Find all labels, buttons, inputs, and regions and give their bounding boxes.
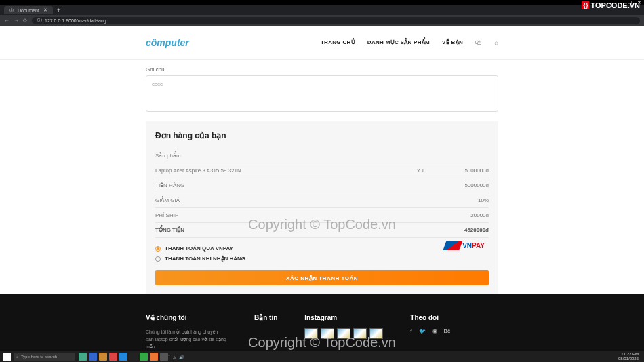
footer-about-text: Chúng tôi là một cửa hàng chuyên bán lap… — [146, 328, 227, 351]
payment-cod-label: THANH TOÁN KHI NHẬN HÀNG — [165, 256, 245, 262]
taskbar-apps — [79, 353, 168, 361]
item-qty: x 1 — [241, 167, 465, 174]
page-viewport: cômputer TRANG CHỦ DANH MỤC SẢN PHẨM VỀ … — [0, 26, 644, 294]
nav-about[interactable]: VỀ BẠN — [442, 39, 463, 45]
cart-icon[interactable]: 🛍 — [475, 39, 482, 46]
discount-value: 10% — [478, 197, 489, 203]
radio-icon — [155, 256, 161, 262]
forward-icon[interactable]: → — [14, 18, 19, 24]
footer-about-title: Về chúng tôi — [146, 314, 227, 321]
footer-follow-title: Theo dõi — [410, 314, 450, 321]
subtotal-value: 5000000đ — [464, 182, 489, 188]
watermark-text: TOPCODE.VN — [590, 1, 640, 9]
note-textarea[interactable]: cccc — [146, 75, 498, 112]
order-item-row: Laptop Acer Aspire 3 A315 59 321N x 1 50… — [155, 163, 489, 178]
task-app-icon[interactable] — [150, 353, 158, 361]
browser-urlbar: ← → ⟳ ⓘ 127.0.0.1:8000/user/datHang — [0, 15, 644, 26]
footer-follow: Theo dõi f 🐦 ◉ Bē — [410, 314, 450, 351]
subtotal-label: TIỀN HÀNG — [155, 182, 184, 188]
footer-news-title: Bản tin — [254, 314, 277, 321]
nav-home[interactable]: TRANG CHỦ — [321, 39, 355, 45]
task-app-icon[interactable] — [160, 353, 168, 361]
vnpay-shape-icon — [443, 241, 463, 250]
sound-icon[interactable]: 🔊 — [179, 355, 184, 359]
note-label: Ghi chú: — [146, 66, 498, 73]
total-value: 4520000đ — [464, 227, 489, 233]
vnpay-text: VNPAY — [462, 242, 485, 249]
order-header-row: Sản phẩm — [155, 148, 489, 163]
watermark-center-2: Copyright © TopCode.vn — [248, 335, 396, 350]
discount-label: GIẢM GIÁ — [155, 197, 180, 203]
task-app-icon[interactable] — [140, 353, 148, 361]
facebook-icon[interactable]: f — [410, 328, 411, 334]
task-app-icon[interactable] — [99, 353, 107, 361]
wifi-icon[interactable]: ◬ — [173, 355, 176, 359]
payment-methods: VNPAY THANH TOÁN QUA VNPAY THANH TOÁN KH… — [155, 243, 489, 264]
tab-favicon: ◎ — [9, 7, 14, 13]
site-header: cômputer TRANG CHỦ DANH MỤC SẢN PHẨM VỀ … — [0, 26, 644, 60]
tab-close-icon[interactable]: ✕ — [43, 7, 47, 13]
clock-time: 11:22 PM — [618, 352, 639, 357]
vnpay-logo: VNPAY — [445, 241, 485, 250]
system-tray[interactable]: ˄ ◬ 🔊 — [168, 355, 184, 359]
twitter-icon[interactable]: 🐦 — [419, 328, 426, 334]
ship-value: 20000đ — [470, 212, 489, 218]
taskbar-search[interactable]: ⌕ Type here to search — [14, 353, 75, 361]
tab-title: Document — [18, 8, 39, 13]
task-app-icon[interactable] — [89, 353, 97, 361]
payment-vnpay-label: THANH TOÁN QUA VNPAY — [165, 245, 233, 252]
watermark-topcode: {} TOPCODE.VN — [582, 1, 640, 9]
payment-vnpay-option[interactable]: THANH TOÁN QUA VNPAY — [155, 243, 489, 254]
clock-date: 08/01/2025 — [618, 357, 639, 361]
back-icon[interactable]: ← — [4, 18, 9, 24]
behance-icon[interactable]: Bē — [444, 328, 451, 334]
task-app-icon[interactable] — [129, 353, 138, 361]
total-label: TỔNG TIỀN — [155, 227, 184, 233]
ship-label: PHÍ SHIP — [155, 212, 178, 218]
start-button[interactable] — [3, 353, 11, 361]
pinterest-icon[interactable]: ◉ — [432, 328, 437, 334]
windows-taskbar: ⌕ Type here to search ˄ ◬ 🔊 11:22 PM 08/… — [0, 351, 644, 362]
search-placeholder: Type here to search — [21, 355, 57, 359]
new-tab-button[interactable]: + — [57, 7, 60, 14]
browser-tab[interactable]: ◎ Document ✕ — [4, 6, 53, 14]
chevron-up-icon[interactable]: ˄ — [168, 355, 170, 359]
reload-icon[interactable]: ⟳ — [23, 18, 28, 24]
taskbar-clock[interactable]: 11:22 PM 08/01/2025 — [618, 352, 641, 361]
url-input[interactable]: ⓘ 127.0.0.1:8000/user/datHang — [32, 17, 640, 24]
discount-row: GIẢM GIÁ 10% — [155, 193, 489, 208]
task-app-icon[interactable] — [109, 353, 117, 361]
search-icon: ⌕ — [16, 355, 19, 359]
order-title: Đơn hàng của bạn — [155, 131, 489, 140]
site-logo[interactable]: cômputer — [146, 37, 189, 48]
task-app-icon[interactable] — [119, 353, 127, 361]
col-product: Sản phẩm — [155, 153, 181, 159]
watermark-center-1: Copyright © TopCode.vn — [248, 217, 396, 233]
task-app-icon[interactable] — [79, 353, 87, 361]
nav-catalog[interactable]: DANH MỤC SẢN PHẨM — [367, 39, 430, 45]
footer-about: Về chúng tôi Chúng tôi là một cửa hàng c… — [146, 314, 227, 351]
payment-cod-option[interactable]: THANH TOÁN KHI NHẬN HÀNG — [155, 254, 489, 264]
bracket-icon: {} — [582, 1, 589, 9]
radio-checked-icon — [155, 246, 161, 252]
subtotal-row: TIỀN HÀNG 5000000đ — [155, 178, 489, 193]
item-price: 5000000đ — [464, 167, 489, 174]
item-name: Laptop Acer Aspire 3 A315 59 321N — [155, 167, 241, 174]
confirm-payment-button[interactable]: XÁC NHẬN THANH TOÁN — [155, 270, 489, 285]
browser-tabbar: ◎ Document ✕ + — [0, 5, 644, 15]
footer-insta-title: Instagram — [304, 314, 383, 321]
main-nav: TRANG CHỦ DANH MỤC SẢN PHẨM VỀ BẠN 🛍 ⌕ — [321, 39, 498, 46]
search-icon[interactable]: ⌕ — [494, 39, 498, 46]
info-icon: ⓘ — [37, 17, 42, 24]
window-titlebar: — ☐ ✕ — [0, 0, 644, 5]
checkout-content: Ghi chú: cccc Đơn hàng của bạn Sản phẩm … — [0, 60, 644, 294]
order-summary-card: Đơn hàng của bạn Sản phẩm Laptop Acer As… — [146, 121, 498, 294]
url-text: 127.0.0.1:8000/user/datHang — [45, 18, 106, 23]
